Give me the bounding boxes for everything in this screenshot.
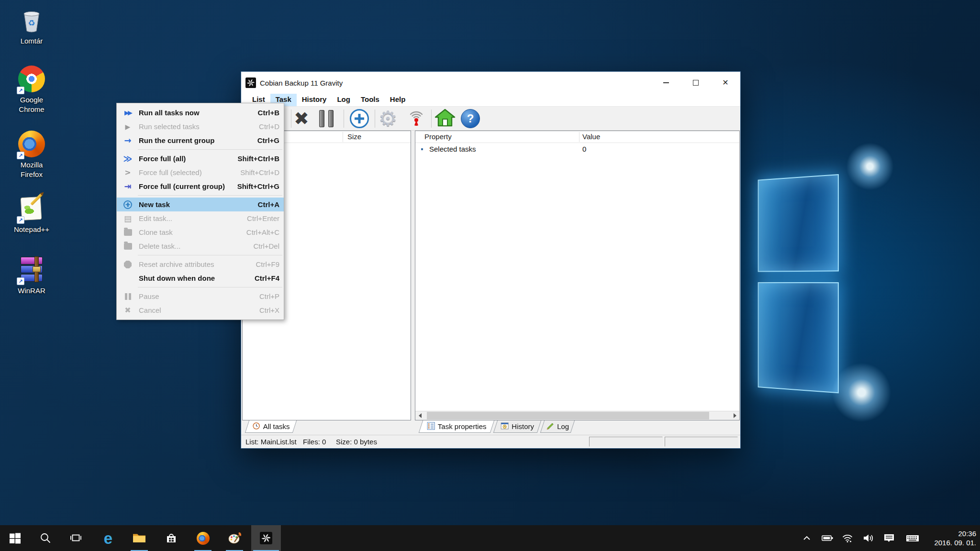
app-icon bbox=[245, 77, 256, 88]
desktop-icon-notepad[interactable]: ↗ Notepad++ bbox=[9, 195, 55, 234]
column-header-value[interactable]: Value bbox=[582, 132, 600, 141]
minimize-button[interactable] bbox=[651, 72, 681, 94]
log-icon bbox=[546, 422, 554, 431]
horizontal-scrollbar[interactable] bbox=[415, 411, 739, 420]
tab-all-tasks[interactable]: All tasks bbox=[245, 420, 297, 433]
desktop-icon-recycle-bin[interactable]: ♻ Lomtár bbox=[9, 7, 55, 46]
menu-item-force-full-all[interactable]: ≫ Force full (all) Shift+Ctrl+B bbox=[117, 152, 284, 165]
cobian-backup-button[interactable] bbox=[251, 525, 281, 551]
menu-item-clone-task: Clone task Ctrl+Alt+C bbox=[117, 225, 284, 239]
firefox-button[interactable] bbox=[188, 525, 218, 551]
tab-label: Task properties bbox=[438, 422, 487, 430]
menu-item-force-full-current-group[interactable]: ⇥ Force full (current group) Shift+Ctrl+… bbox=[117, 179, 284, 193]
tray-touch-keyboard[interactable] bbox=[902, 525, 924, 551]
properties-panel: Property Value Selected tasks 0 bbox=[415, 131, 740, 420]
windows-logo-icon bbox=[9, 532, 21, 544]
maximize-button[interactable] bbox=[681, 72, 711, 94]
remote-control-toolbar-button[interactable] bbox=[406, 107, 427, 130]
touch-keyboard-icon bbox=[905, 532, 920, 544]
property-value: 0 bbox=[582, 145, 586, 153]
tab-label: History bbox=[512, 422, 534, 430]
help-toolbar-button[interactable]: ? bbox=[461, 109, 480, 128]
new-task-toolbar-button[interactable] bbox=[350, 109, 369, 128]
app-window: Cobian Backup 11 Gravity ✕ List Task His… bbox=[241, 71, 741, 449]
tab-log[interactable]: Log bbox=[540, 420, 575, 433]
tab-history[interactable]: History bbox=[493, 420, 541, 433]
property-row[interactable]: Selected tasks 0 bbox=[415, 143, 739, 155]
tray-action-center[interactable] bbox=[880, 525, 899, 551]
desktop-icon-label: Mozilla Firefox bbox=[9, 160, 55, 179]
desktop-icon-label: Lomtár bbox=[9, 36, 55, 46]
shortcut-arrow-icon: ↗ bbox=[17, 216, 24, 224]
desktop-icon-winrar[interactable]: ↗ WinRAR bbox=[9, 256, 55, 296]
menu-bar: List Task History Log Tools Help bbox=[241, 94, 740, 106]
clone-task-icon bbox=[117, 228, 139, 237]
store-button[interactable] bbox=[156, 525, 186, 551]
column-divider[interactable] bbox=[579, 132, 579, 142]
force-full-all-icon: ≫ bbox=[117, 154, 139, 164]
menu-item-delete-task: Delete task... Ctrl+Del bbox=[117, 239, 284, 253]
tray-wifi[interactable] bbox=[838, 525, 857, 551]
options-toolbar-button[interactable]: ⚙ bbox=[379, 108, 397, 129]
column-header-property[interactable]: Property bbox=[424, 132, 452, 141]
window-title: Cobian Backup 11 Gravity bbox=[260, 79, 343, 87]
menu-tools[interactable]: Tools bbox=[356, 94, 385, 106]
tab-label: All tasks bbox=[263, 422, 290, 430]
status-panel bbox=[589, 437, 663, 447]
column-header-size[interactable]: Size bbox=[347, 132, 361, 141]
toolbar-separator bbox=[344, 110, 344, 128]
menu-history[interactable]: History bbox=[297, 94, 332, 106]
close-button[interactable]: ✕ bbox=[711, 72, 740, 94]
task-dropdown-menu: ▶▶ Run all tasks now Ctrl+B ▶ Run select… bbox=[116, 103, 284, 320]
action-center-icon bbox=[883, 532, 895, 544]
scrollbar-thumb[interactable] bbox=[427, 412, 709, 419]
clock-time: 20:36 bbox=[934, 529, 976, 538]
paint-icon bbox=[228, 532, 241, 544]
wallpaper-logo-bottom-pane bbox=[758, 282, 839, 393]
cancel-toolbar-button[interactable]: ✖ bbox=[294, 110, 309, 128]
menu-item-reset-archive-attributes: Reset archive attributes Ctrl+F9 bbox=[117, 257, 284, 271]
column-divider[interactable] bbox=[343, 132, 343, 142]
menu-item-new-task[interactable]: New task Ctrl+A bbox=[117, 198, 284, 211]
file-explorer-button[interactable] bbox=[124, 525, 154, 551]
clock-date: 2016. 09. 01. bbox=[934, 538, 976, 547]
tab-task-properties[interactable]: Task properties bbox=[419, 420, 494, 433]
task-view-button[interactable] bbox=[61, 525, 90, 551]
edge-icon: e bbox=[104, 530, 112, 546]
menu-item-run-all-tasks[interactable]: ▶▶ Run all tasks now Ctrl+B bbox=[117, 106, 284, 120]
scroll-right-arrow[interactable] bbox=[730, 411, 739, 420]
menu-item-run-current-group[interactable]: → Run the current group Ctrl+G bbox=[117, 133, 284, 147]
desktop-icon-label: Notepad++ bbox=[9, 225, 55, 234]
edge-button[interactable]: e bbox=[93, 525, 123, 551]
tray-chevron-up[interactable] bbox=[798, 525, 815, 551]
properties-header: Property Value bbox=[415, 131, 739, 143]
tray-volume[interactable] bbox=[858, 525, 878, 551]
paint-button[interactable] bbox=[220, 525, 249, 551]
search-button[interactable] bbox=[31, 525, 60, 551]
store-icon bbox=[165, 532, 178, 544]
tray-battery[interactable] bbox=[818, 525, 836, 551]
reset-archive-icon bbox=[117, 260, 139, 269]
menu-item-shut-down-when-done[interactable]: Shut down when done Ctrl+F4 bbox=[117, 271, 284, 285]
toolbar: ✖ ⚙ bbox=[241, 106, 740, 131]
taskbar-clock[interactable]: 20:36 2016. 09. 01. bbox=[934, 525, 976, 551]
scroll-left-arrow[interactable] bbox=[415, 411, 424, 420]
menu-help[interactable]: Help bbox=[385, 94, 411, 106]
pause-toolbar-button[interactable] bbox=[319, 110, 334, 127]
force-full-group-icon: ⇥ bbox=[117, 181, 139, 191]
title-bar[interactable]: Cobian Backup 11 Gravity ✕ bbox=[241, 72, 740, 94]
desktop-icon-firefox[interactable]: ↗ Mozilla Firefox bbox=[9, 130, 55, 179]
shortcut-arrow-icon: ↗ bbox=[17, 277, 24, 285]
start-button[interactable] bbox=[0, 525, 30, 551]
taskbar: e bbox=[0, 525, 980, 551]
menu-log[interactable]: Log bbox=[332, 94, 356, 106]
desktop-icon-chrome[interactable]: ↗ Google Chrome bbox=[9, 65, 55, 114]
delete-task-icon bbox=[117, 242, 139, 251]
clock-icon bbox=[252, 422, 260, 431]
home-toolbar-button[interactable] bbox=[434, 108, 456, 129]
new-task-icon bbox=[117, 200, 139, 209]
chrome-icon: ↗ bbox=[18, 66, 45, 93]
winrar-icon: ↗ bbox=[18, 256, 45, 284]
edit-task-icon: ▤ bbox=[117, 214, 139, 223]
desktop-icon-label: WinRAR bbox=[9, 286, 55, 296]
